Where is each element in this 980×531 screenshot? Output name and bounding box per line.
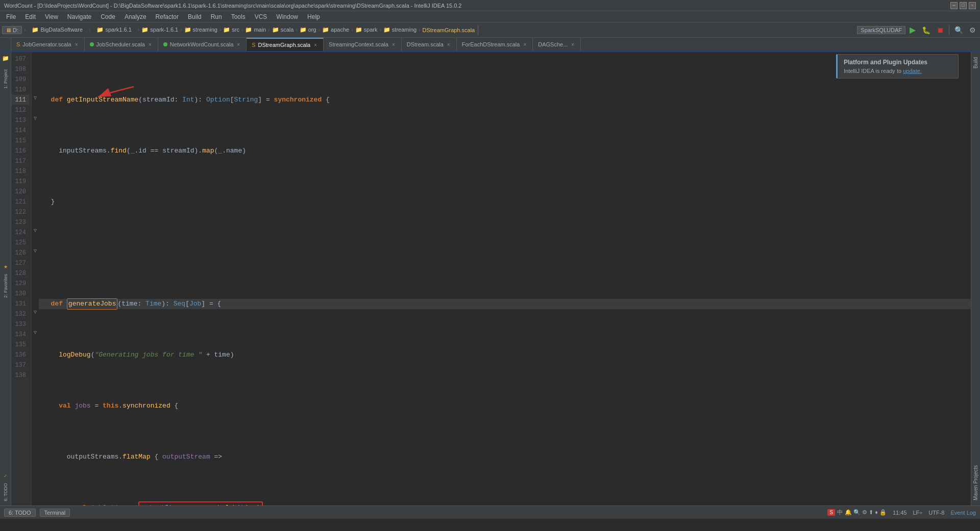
todo-icon[interactable]: ✓ [2, 472, 10, 480]
toolbar-file[interactable]: DStreamGraph.scala [423, 27, 475, 33]
fold-111[interactable]: ▽ [32, 93, 39, 103]
toolbar-streaming[interactable]: 📁 streaming [184, 27, 217, 33]
close-tab-nwc[interactable]: × [236, 42, 241, 47]
fold-130 [32, 287, 39, 297]
close-tab-feds[interactable]: × [522, 42, 527, 47]
tab-project[interactable]: 1: Project [2, 67, 9, 91]
stop-button[interactable]: ⏹ [935, 26, 946, 34]
fold-124[interactable]: ▽ [32, 225, 39, 236]
menu-tools[interactable]: Tools [227, 12, 250, 21]
menu-build[interactable]: Build [184, 12, 206, 21]
fold-131 [32, 297, 39, 307]
fold-126[interactable]: ▽ [32, 246, 39, 256]
toolbar-drive[interactable]: 🖥 D: [2, 26, 22, 34]
tab-jobgenerator[interactable]: S JobGenerator.scala × [11, 38, 85, 51]
toolbar-org[interactable]: 📁 org [300, 27, 316, 33]
search-everywhere[interactable]: 🔍 [952, 26, 965, 34]
menu-analyze[interactable]: Analyze [120, 12, 151, 21]
restore-button[interactable]: □ [960, 2, 967, 9]
close-tab-jobgenerator[interactable]: × [74, 42, 79, 47]
line-135: 135 [11, 340, 29, 350]
tab-dagsche[interactable]: DAGSche... × [533, 38, 581, 51]
menu-help[interactable]: Help [303, 12, 324, 21]
left-tab-icon1[interactable]: 📁 [2, 54, 10, 62]
fold-136 [32, 348, 39, 358]
code-line-110 [39, 248, 971, 258]
line-121: 121 [11, 197, 29, 207]
toolbar-spark[interactable]: 📁 spark [355, 27, 378, 33]
tab-dstream[interactable]: DStream.scala × [402, 38, 457, 51]
popup-update-link[interactable]: update. [903, 68, 922, 74]
toolbar-main[interactable]: 📁 main [245, 27, 266, 33]
run-config-name[interactable]: SparkSQLUDAF [857, 26, 905, 34]
code-line-109: } [39, 197, 971, 207]
window-controls[interactable]: ─ □ ✕ [950, 2, 976, 9]
fold-113[interactable]: ▽ [32, 113, 39, 123]
event-log[interactable]: Event Log [950, 510, 976, 516]
close-tab-dsg[interactable]: × [313, 42, 318, 48]
tab-favorites[interactable]: 2: Favorites [2, 272, 9, 300]
bookmark-icon[interactable]: ★ [2, 263, 10, 271]
line-137: 137 [11, 360, 29, 370]
fold-134[interactable]: ▽ [32, 327, 39, 338]
menu-edit[interactable]: Edit [21, 12, 40, 21]
fold-119 [32, 174, 39, 185]
close-tab-ds[interactable]: × [446, 42, 451, 47]
run-button[interactable]: ▶ [908, 25, 918, 35]
status-left: 6: TODO Terminal [4, 509, 70, 517]
toolbar-streaming2[interactable]: 📁 streaming [383, 27, 416, 33]
menu-window[interactable]: Window [272, 12, 302, 21]
minimize-button[interactable]: ─ [950, 2, 958, 9]
code-line-114: outputStreams.flatMap { outputStream => [39, 452, 971, 462]
settings-button[interactable]: ⚙ [967, 26, 978, 34]
tab-jobscheduler[interactable]: JobScheduler.scala × [85, 38, 158, 51]
menu-run[interactable]: Run [207, 12, 226, 21]
line-114: 114 [11, 125, 29, 136]
fold-132[interactable]: ▽ [32, 307, 39, 317]
generatejobs-underline: generateJobs [67, 298, 118, 310]
close-tab-sc[interactable]: × [391, 42, 396, 47]
debug-button[interactable]: 🐛 [920, 26, 933, 34]
fold-138 [32, 368, 39, 378]
menu-vcs[interactable]: VCS [251, 12, 272, 21]
tab-streamingcontext[interactable]: StreamingContext.scala × [324, 38, 402, 51]
tab-build[interactable]: Build [972, 54, 979, 71]
code-content[interactable]: def getInputStreamName(streamId: Int): O… [39, 52, 971, 505]
close-button[interactable]: ✕ [969, 2, 976, 9]
popup-body: IntelliJ IDEA is ready to update. [844, 68, 952, 74]
code-line-111: def generateJobs(time: Time): Seq[Job] =… [39, 299, 971, 309]
fold-120 [32, 185, 39, 195]
close-tab-jobscheduler[interactable]: × [148, 42, 153, 47]
fold-116 [32, 144, 39, 154]
tab-dstreamgraph[interactable]: S DStreamGraph.scala × [247, 38, 324, 51]
tab-todo[interactable]: 6: TODO [2, 481, 9, 503]
toolbar-apache[interactable]: 📁 apache [322, 27, 349, 33]
toolbar-bigdata[interactable]: 📁 BigDataSoftware [28, 26, 87, 34]
status-bar: 6: TODO Terminal S 中 🔔 🔍 ⚙ ⬆ ♦ 🔒 11:45 L… [0, 505, 980, 519]
menu-refactor[interactable]: Refactor [152, 12, 183, 21]
menu-file[interactable]: File [2, 12, 20, 21]
close-tab-dag[interactable]: × [570, 42, 575, 47]
tab-foreachdstream[interactable]: ForEachDStream.scala × [457, 38, 533, 51]
line-119: 119 [11, 176, 29, 187]
line-117: 117 [11, 156, 29, 166]
toolbar-scala[interactable]: 📁 scala [272, 27, 294, 33]
toolbar-src[interactable]: 📁 src [223, 27, 239, 33]
todo-button[interactable]: 6: TODO [4, 509, 36, 517]
line-130: 130 [11, 289, 29, 299]
toolbar-spark161[interactable]: 📁 spark1.6.1 [92, 26, 135, 34]
fold-127 [32, 256, 39, 266]
active-file-icon: S [252, 42, 255, 48]
line-107: 107 [11, 54, 29, 64]
menu-code[interactable]: Code [96, 12, 119, 21]
tab-networkwordcount[interactable]: NetworkWordCount.scala × [158, 38, 247, 51]
menu-navigate[interactable]: Navigate [63, 12, 95, 21]
toolbar-spark-ver[interactable]: 📁 spark-1.6.1 [141, 27, 178, 33]
terminal-button[interactable]: Terminal [40, 509, 70, 517]
code-line-115: val jobOption = outputStream.generateJob… [39, 503, 971, 505]
menu-view[interactable]: View [41, 12, 62, 21]
line-122: 122 [11, 207, 29, 217]
line-124: 124 [11, 227, 29, 238]
tab-maven[interactable]: Maven Projects [972, 462, 979, 503]
code-line-107: def getInputStreamName(streamId: Int): O… [39, 95, 971, 105]
